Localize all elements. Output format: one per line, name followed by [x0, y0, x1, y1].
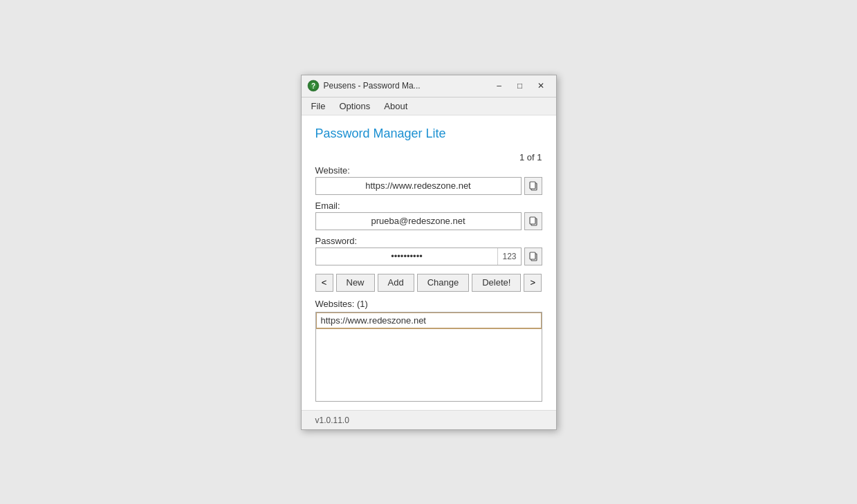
action-buttons: < New Add Change Delete! >: [315, 274, 542, 292]
email-row: [315, 212, 542, 230]
website-label: Website:: [315, 165, 542, 176]
email-input[interactable]: [315, 212, 522, 230]
version-text: v1.0.11.0: [315, 416, 349, 425]
websites-label: Websites: (1): [315, 299, 542, 309]
delete-button[interactable]: Delete!: [472, 274, 521, 292]
list-item[interactable]: https://www.redeszone.net: [316, 312, 542, 328]
copy-icon: [528, 251, 539, 262]
close-button[interactable]: ✕: [531, 78, 551, 93]
new-button[interactable]: New: [336, 274, 375, 292]
menu-bar: File Options About: [302, 97, 556, 115]
maximize-button[interactable]: □: [510, 78, 530, 93]
version-bar: v1.0.11.0: [302, 410, 556, 429]
websites-list[interactable]: https://www.redeszone.net: [315, 312, 542, 402]
copy-icon: [528, 216, 539, 227]
minimize-button[interactable]: –: [490, 78, 509, 93]
app-title: Password Manager Lite: [315, 127, 542, 141]
content-area: Password Manager Lite 1 of 1 Website: Em…: [302, 115, 556, 410]
change-button[interactable]: Change: [417, 274, 470, 292]
password-input-wrapper: 123: [315, 248, 522, 265]
password-row: 123: [315, 248, 542, 265]
svg-rect-6: [530, 217, 535, 224]
menu-options[interactable]: Options: [332, 99, 377, 113]
copy-icon: [528, 180, 539, 192]
menu-file[interactable]: File: [304, 99, 333, 113]
password-copy-button[interactable]: [524, 248, 542, 265]
next-button[interactable]: >: [524, 274, 542, 292]
website-field-group: Website:: [315, 165, 542, 195]
svg-rect-8: [530, 252, 535, 259]
password-input[interactable]: [316, 251, 498, 261]
menu-about[interactable]: About: [377, 99, 414, 113]
app-icon: ?: [307, 80, 320, 92]
email-label: Email:: [315, 200, 542, 211]
email-copy-button[interactable]: [524, 212, 542, 230]
websites-section: Websites: (1) https://www.redeszone.net: [315, 299, 542, 402]
password-label: Password:: [315, 236, 542, 246]
website-input[interactable]: [315, 177, 522, 195]
svg-text:?: ?: [311, 82, 315, 90]
password-field-group: Password: 123: [315, 236, 542, 265]
email-field-group: Email:: [315, 200, 542, 230]
svg-rect-4: [530, 182, 535, 189]
prev-button[interactable]: <: [315, 274, 333, 292]
password-toggle-button[interactable]: 123: [497, 248, 520, 265]
website-copy-button[interactable]: [524, 177, 542, 195]
window-controls: – □ ✕: [490, 78, 551, 93]
website-row: [315, 177, 542, 195]
main-window: ? Peusens - Password Ma... – □ ✕ File Op…: [301, 75, 557, 430]
record-counter: 1 of 1: [315, 152, 542, 162]
add-button[interactable]: Add: [378, 274, 414, 292]
title-bar: ? Peusens - Password Ma... – □ ✕: [302, 75, 556, 97]
window-title: Peusens - Password Ma...: [324, 81, 490, 91]
